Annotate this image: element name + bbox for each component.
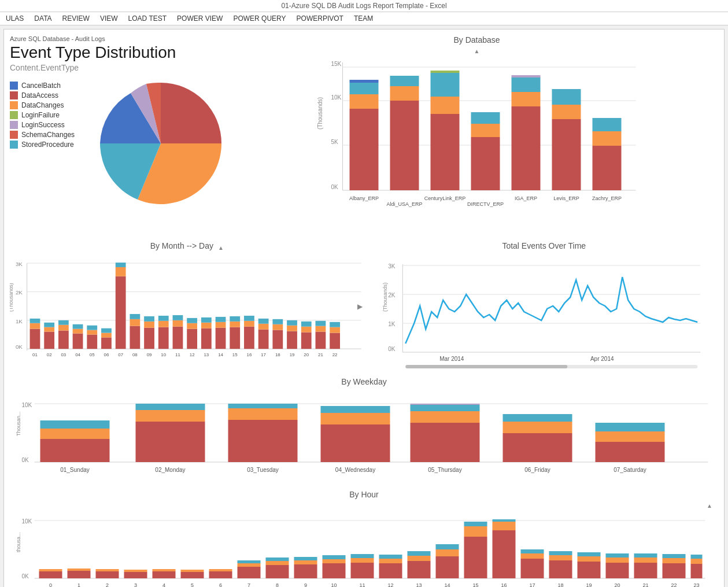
svg-rect-106 <box>244 316 254 321</box>
svg-rect-108 <box>258 330 269 349</box>
svg-text:0: 0 <box>49 582 52 587</box>
svg-rect-153 <box>40 429 110 439</box>
svg-rect-12 <box>431 114 460 190</box>
svg-text:3K: 3K <box>16 261 23 267</box>
svg-text:15K: 15K <box>331 61 342 67</box>
svg-rect-129 <box>330 327 340 333</box>
legend-label-loginfailure: LoginFailure <box>21 111 60 119</box>
menu-power-query[interactable]: POWER QUERY <box>233 14 286 23</box>
svg-rect-233 <box>408 551 431 556</box>
page-title: Event Type Distribution <box>10 43 230 62</box>
svg-rect-259 <box>606 563 629 578</box>
svg-rect-175 <box>503 414 572 422</box>
subtitle: Content.EventType <box>10 63 230 72</box>
svg-text:12: 12 <box>190 352 195 357</box>
svg-rect-263 <box>634 563 657 578</box>
svg-rect-49 <box>44 327 54 332</box>
svg-rect-122 <box>301 322 312 327</box>
svg-rect-53 <box>58 325 69 331</box>
svg-rect-152 <box>40 439 110 462</box>
svg-rect-82 <box>158 316 169 321</box>
svg-rect-89 <box>187 323 197 329</box>
svg-text:15: 15 <box>472 582 478 587</box>
svg-rect-73 <box>130 319 140 326</box>
svg-rect-14 <box>431 73 460 97</box>
svg-rect-113 <box>272 324 283 330</box>
svg-text:03: 03 <box>61 352 66 357</box>
svg-rect-225 <box>351 554 374 558</box>
svg-rect-257 <box>578 552 601 556</box>
svg-rect-98 <box>216 317 226 322</box>
menu-review[interactable]: REVIEW <box>62 14 90 23</box>
svg-text:06_Friday: 06_Friday <box>524 467 550 473</box>
svg-rect-255 <box>578 562 601 578</box>
svg-rect-237 <box>436 544 459 549</box>
svg-rect-162 <box>228 404 298 408</box>
by-month-title: By Month --> Day <box>150 241 213 250</box>
svg-rect-169 <box>411 411 480 423</box>
by-hour-chart: 10K 0K thousa... 0 1 2 3 4 <box>10 509 718 587</box>
svg-text:09: 09 <box>147 352 152 357</box>
svg-rect-221 <box>323 555 346 559</box>
pie-chart <box>94 77 221 204</box>
bar-aldi-dataaccess <box>390 101 419 190</box>
svg-rect-271 <box>691 564 703 578</box>
svg-text:1: 1 <box>77 582 80 587</box>
svg-rect-245 <box>493 519 516 522</box>
svg-text:13: 13 <box>204 352 209 357</box>
svg-rect-118 <box>287 320 297 326</box>
svg-rect-22 <box>512 92 541 106</box>
svg-text:18: 18 <box>557 582 563 587</box>
svg-rect-212 <box>266 561 289 565</box>
svg-text:13: 13 <box>416 582 422 587</box>
menu-team[interactable]: TEAM <box>354 14 373 23</box>
svg-rect-128 <box>330 333 340 349</box>
svg-rect-186 <box>39 571 62 578</box>
svg-rect-229 <box>379 555 402 559</box>
svg-rect-120 <box>301 333 312 349</box>
svg-rect-269 <box>663 554 686 558</box>
svg-rect-72 <box>130 326 140 349</box>
svg-rect-248 <box>521 553 544 559</box>
menu-load-test[interactable]: LOAD TEST <box>128 14 167 23</box>
svg-text:22: 22 <box>671 582 677 587</box>
menu-powerpivot[interactable]: POWERPIVOT <box>297 14 343 23</box>
menu-data[interactable]: DATA <box>34 14 51 23</box>
svg-text:Mar 2014: Mar 2014 <box>439 356 464 362</box>
svg-rect-261 <box>606 553 629 558</box>
by-hour-title: By Hour <box>10 490 718 499</box>
svg-text:2: 2 <box>106 582 109 587</box>
svg-rect-232 <box>408 556 431 561</box>
svg-rect-101 <box>230 322 240 327</box>
legend-label-loginsuccess: LoginSuccess <box>21 121 65 129</box>
svg-rect-240 <box>464 526 487 537</box>
svg-rect-32 <box>593 118 622 131</box>
svg-rect-54 <box>58 320 69 325</box>
menu-ulas[interactable]: ULAS <box>6 14 24 23</box>
by-hour-section: By Hour ▲ 10K 0K thousa... 0 1 2 3 <box>10 490 718 587</box>
menu-bar: ULAS DATA REVIEW VIEW LOAD TEST POWER VI… <box>0 12 728 25</box>
menu-power-view[interactable]: POWER VIEW <box>177 14 223 23</box>
svg-rect-117 <box>287 326 297 331</box>
svg-rect-204 <box>209 571 232 578</box>
svg-text:0K: 0K <box>388 346 396 352</box>
svg-text:10: 10 <box>331 582 337 587</box>
svg-text:CenturyLink_ERP: CenturyLink_ERP <box>424 195 466 201</box>
svg-rect-249 <box>521 549 544 553</box>
svg-text:10K: 10K <box>22 518 32 525</box>
legend-label-datachanges: DataChanges <box>21 101 64 109</box>
svg-rect-228 <box>379 559 402 563</box>
svg-rect-224 <box>351 558 374 563</box>
svg-rect-76 <box>144 328 154 349</box>
svg-rect-160 <box>228 420 298 462</box>
svg-rect-121 <box>301 327 312 333</box>
svg-rect-90 <box>187 318 197 323</box>
svg-text:23: 23 <box>693 582 699 587</box>
menu-view[interactable]: VIEW <box>100 14 118 23</box>
by-weekday-section: By Weekday 10K 0K Thousan... 01_Sunday 0… <box>10 377 718 484</box>
svg-rect-217 <box>294 557 317 560</box>
legend-label-dataaccess: DataAccess <box>21 91 58 99</box>
by-database-title: By Database <box>235 35 718 45</box>
svg-rect-247 <box>521 559 544 578</box>
svg-rect-17 <box>471 137 500 190</box>
